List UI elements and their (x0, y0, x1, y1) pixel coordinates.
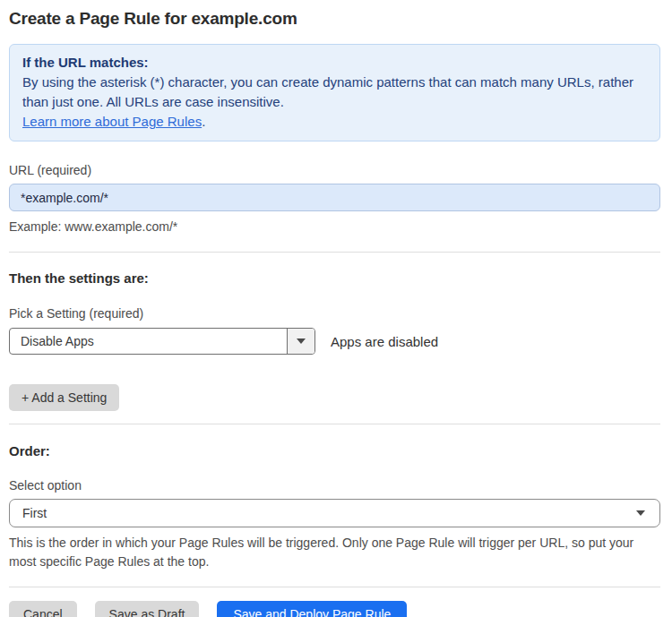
divider (9, 424, 660, 424)
footer-actions: Cancel Save as Draft Save and Deploy Pag… (9, 601, 660, 617)
info-box-link-line: Learn more about Page Rules. (22, 112, 647, 132)
cancel-button[interactable]: Cancel (9, 601, 77, 617)
add-setting-button[interactable]: + Add a Setting (9, 384, 119, 411)
caret-down-icon (297, 338, 306, 344)
link-suffix: . (202, 114, 205, 129)
order-select[interactable]: First (9, 499, 660, 527)
save-draft-button[interactable]: Save as Draft (95, 601, 200, 617)
page-title: Create a Page Rule for example.com (9, 9, 660, 29)
url-example-helper: Example: www.example.com/* (9, 218, 660, 236)
divider (9, 587, 660, 587)
divider (9, 252, 660, 253)
url-input[interactable] (9, 184, 660, 211)
settings-section-heading: Then the settings are: (9, 270, 660, 286)
pick-setting-label: Pick a Setting (required) (9, 306, 660, 321)
save-deploy-button[interactable]: Save and Deploy Page Rule (217, 601, 407, 617)
setting-dropdown-arrow-button[interactable] (287, 329, 314, 354)
order-helper-text: This is the order in which your Page Rul… (9, 534, 660, 571)
order-select-value: First (22, 506, 47, 520)
page-rule-form: Create a Page Rule for example.com If th… (0, 0, 672, 617)
setting-status-text: Apps are disabled (331, 334, 438, 349)
order-select-label: Select option (9, 478, 660, 493)
order-section-heading: Order: (9, 443, 660, 458)
setting-dropdown-value: Disable Apps (10, 329, 287, 354)
setting-dropdown[interactable]: Disable Apps (9, 328, 315, 355)
info-box-body: By using the asterisk (*) character, you… (22, 73, 647, 112)
setting-row: Disable Apps Apps are disabled (9, 328, 660, 355)
caret-down-icon (636, 510, 645, 516)
url-match-info-box: If the URL matches: By using the asteris… (9, 44, 660, 141)
info-box-heading: If the URL matches: (22, 53, 647, 73)
url-field-label: URL (required) (9, 163, 660, 177)
learn-more-link[interactable]: Learn more about Page Rules (22, 114, 202, 129)
